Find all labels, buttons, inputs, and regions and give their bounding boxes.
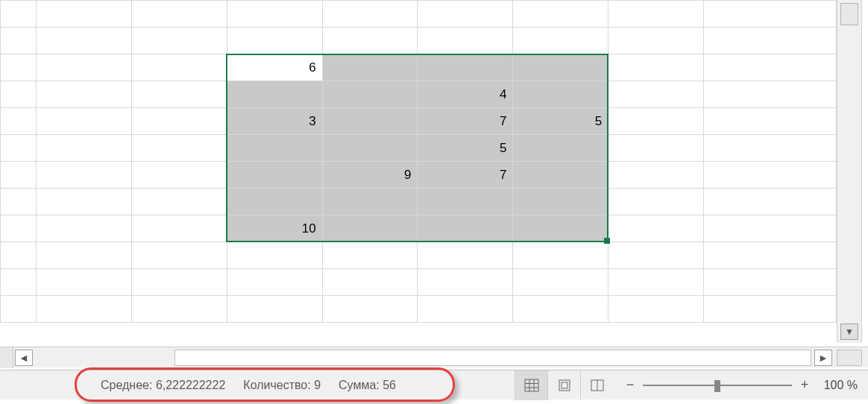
cell[interactable] (322, 189, 418, 215)
cell[interactable] (1, 215, 37, 242)
cell[interactable] (227, 269, 322, 296)
cell[interactable] (227, 81, 322, 108)
zoom-out-button[interactable]: − (623, 377, 637, 393)
cell[interactable] (513, 269, 608, 296)
cell[interactable] (1, 189, 37, 215)
cell[interactable] (1, 108, 37, 135)
cell[interactable] (608, 1, 704, 28)
cell[interactable] (227, 1, 322, 28)
cell[interactable] (131, 1, 227, 28)
cell[interactable] (322, 1, 418, 28)
cell[interactable] (1, 296, 37, 323)
cell[interactable] (608, 215, 704, 242)
cell[interactable] (418, 54, 513, 81)
cell[interactable] (36, 215, 131, 242)
cell[interactable] (704, 215, 837, 242)
cell[interactable] (36, 54, 131, 81)
cell[interactable] (513, 215, 608, 242)
cell[interactable] (131, 81, 227, 108)
cell[interactable] (513, 162, 608, 189)
cell[interactable] (1, 81, 37, 108)
cell[interactable] (704, 81, 837, 108)
spreadsheet-grid[interactable]: 6437559710 (0, 0, 837, 343)
cell[interactable]: 3 (227, 108, 322, 135)
cell[interactable] (608, 108, 704, 135)
cell[interactable] (704, 296, 837, 323)
cell[interactable] (608, 162, 704, 189)
view-page-break-button[interactable] (580, 370, 613, 400)
cell[interactable] (322, 108, 418, 135)
cell[interactable] (513, 54, 608, 81)
cell[interactable] (322, 54, 418, 81)
horizontal-scrollbar-track[interactable] (174, 350, 811, 366)
cell[interactable]: 6 (227, 54, 322, 81)
cell[interactable] (227, 135, 322, 162)
cell[interactable] (131, 215, 227, 242)
cell[interactable] (36, 81, 131, 108)
cell[interactable]: 10 (227, 215, 322, 242)
cell[interactable] (704, 54, 837, 81)
cell[interactable] (1, 135, 37, 162)
cell[interactable] (608, 135, 704, 162)
cell[interactable] (322, 28, 418, 54)
cell[interactable] (608, 28, 704, 54)
cell[interactable] (36, 189, 131, 215)
cell[interactable] (227, 242, 322, 269)
cell[interactable]: 5 (513, 108, 608, 135)
cell[interactable]: 5 (418, 135, 513, 162)
cell[interactable] (131, 108, 227, 135)
cell[interactable] (322, 269, 418, 296)
cell[interactable] (131, 242, 227, 269)
cell[interactable] (1, 1, 37, 28)
vertical-scrollbar[interactable]: ▼ (837, 0, 862, 343)
cell[interactable] (1, 28, 37, 54)
cell[interactable] (227, 296, 322, 323)
cell[interactable] (36, 28, 131, 54)
cell[interactable]: 7 (418, 108, 513, 135)
zoom-in-button[interactable]: + (798, 377, 811, 393)
cell[interactable] (418, 189, 513, 215)
scroll-down-button[interactable]: ▼ (840, 323, 858, 340)
cell[interactable] (1, 269, 37, 296)
zoom-slider-thumb[interactable] (714, 380, 720, 392)
cell[interactable] (513, 242, 608, 269)
cell[interactable] (322, 81, 418, 108)
cell[interactable] (608, 269, 704, 296)
cell[interactable] (36, 135, 131, 162)
cell[interactable] (418, 242, 513, 269)
cell[interactable] (322, 242, 418, 269)
cell[interactable] (704, 189, 837, 215)
cell[interactable] (131, 162, 227, 189)
cell[interactable]: 4 (418, 81, 513, 108)
cell[interactable] (131, 135, 227, 162)
cell[interactable]: 9 (322, 162, 418, 189)
cell[interactable] (36, 1, 131, 28)
cell[interactable] (322, 215, 418, 242)
cell[interactable] (704, 242, 837, 269)
cell[interactable] (36, 269, 131, 296)
cell[interactable] (227, 162, 322, 189)
cell[interactable] (704, 108, 837, 135)
cell[interactable] (704, 1, 837, 28)
cell[interactable] (704, 269, 837, 296)
cell[interactable] (704, 162, 837, 189)
cell[interactable] (513, 189, 608, 215)
cell[interactable] (36, 242, 131, 269)
cell[interactable] (36, 162, 131, 189)
cell[interactable] (322, 135, 418, 162)
cell[interactable] (418, 269, 513, 296)
cell[interactable] (36, 108, 131, 135)
cell[interactable] (1, 242, 37, 269)
cell[interactable] (704, 135, 837, 162)
scroll-split-end[interactable] (837, 350, 862, 366)
cell[interactable] (704, 28, 837, 54)
cell[interactable] (608, 296, 704, 323)
cell[interactable] (418, 215, 513, 242)
zoom-slider[interactable] (643, 385, 792, 386)
cell[interactable] (36, 296, 131, 323)
cell[interactable] (608, 81, 704, 108)
cell[interactable] (513, 135, 608, 162)
scroll-right-button[interactable]: ► (814, 350, 832, 366)
cell[interactable] (131, 189, 227, 215)
scroll-left-button[interactable]: ◄ (15, 350, 33, 366)
